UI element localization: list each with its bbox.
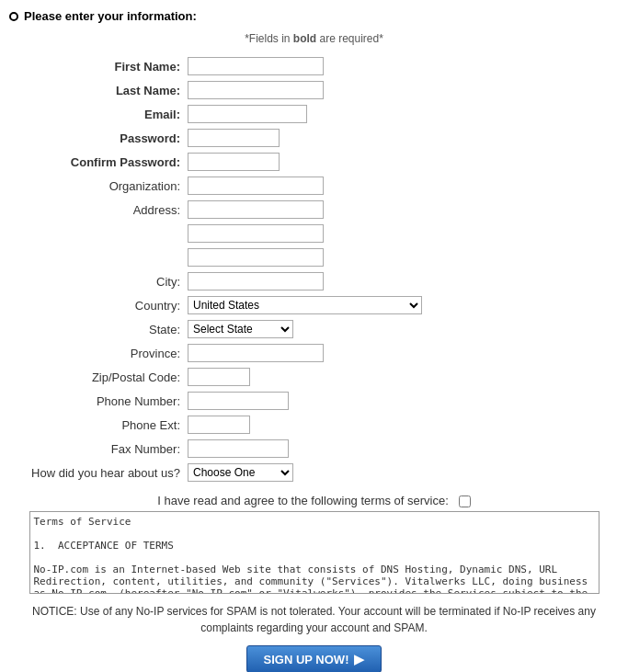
city-label: City:: [9, 269, 184, 293]
registration-form: First Name: Last Name: Email: Password: …: [9, 54, 619, 484]
last-name-input[interactable]: [188, 81, 324, 99]
address-input-2[interactable]: [188, 224, 324, 243]
first-name-row: First Name:: [9, 54, 619, 78]
address-row-3: [9, 245, 619, 269]
zip-input[interactable]: [188, 368, 250, 386]
hear-label: How did you hear about us?: [9, 461, 184, 484]
first-name-input[interactable]: [188, 57, 324, 75]
email-row: Email:: [9, 102, 619, 126]
address-input-1[interactable]: [188, 200, 324, 219]
signup-label: SIGN UP NOW!: [264, 653, 349, 666]
fax-input[interactable]: [188, 439, 289, 458]
organization-label: Organization:: [9, 174, 184, 198]
country-select[interactable]: United States Afghanistan Albania Canada…: [188, 296, 422, 314]
country-label: Country:: [9, 293, 184, 317]
state-select[interactable]: Select State Alabama Alaska Arizona Cali…: [188, 320, 293, 338]
confirm-password-label: Confirm Password:: [9, 150, 184, 174]
password-label: Password:: [9, 126, 184, 150]
province-row: Province:: [9, 341, 619, 365]
province-label: Province:: [9, 341, 184, 365]
signup-btn-wrapper: SIGN UP NOW! ▶: [9, 645, 619, 672]
address-label: Address:: [9, 198, 184, 222]
organization-row: Organization:: [9, 174, 619, 198]
address-label-2: [9, 222, 184, 245]
zip-row: Zip/Postal Code:: [9, 365, 619, 389]
password-input[interactable]: [188, 129, 280, 147]
address-label-3: [9, 245, 184, 269]
terms-label-row: I have read and agree to the following t…: [9, 494, 619, 507]
province-input[interactable]: [188, 344, 324, 362]
terms-textarea[interactable]: Terms of Service 1. ACCEPTANCE OF TERMS …: [29, 511, 599, 594]
phone-label: Phone Number:: [9, 389, 184, 413]
city-input[interactable]: [188, 272, 324, 290]
terms-wrapper: Terms of Service 1. ACCEPTANCE OF TERMS …: [9, 511, 619, 594]
hear-select[interactable]: Choose One Search Engine Friend Blog Adv…: [188, 463, 293, 482]
zip-label: Zip/Postal Code:: [9, 365, 184, 389]
confirm-password-input[interactable]: [188, 153, 280, 171]
address-row-2: [9, 222, 619, 245]
phone-ext-input[interactable]: [188, 416, 250, 434]
email-label: Email:: [9, 102, 184, 126]
required-note: *Fields in bold are required*: [9, 32, 619, 45]
state-row: State: Select State Alabama Alaska Arizo…: [9, 317, 619, 341]
email-input[interactable]: [188, 105, 307, 123]
terms-label: I have read and agree to the following t…: [157, 494, 449, 507]
hear-row: How did you hear about us? Choose One Se…: [9, 461, 619, 484]
notice-section: NOTICE: Use of any No-IP services for SP…: [28, 603, 600, 636]
organization-input[interactable]: [188, 177, 324, 195]
last-name-label: Last Name:: [9, 78, 184, 102]
phone-ext-row: Phone Ext:: [9, 413, 619, 437]
fax-label: Fax Number:: [9, 437, 184, 461]
notice-text: NOTICE: Use of any No-IP services for SP…: [32, 605, 596, 634]
confirm-password-row: Confirm Password:: [9, 150, 619, 174]
phone-input[interactable]: [188, 392, 289, 410]
address-input-3[interactable]: [188, 248, 324, 267]
phone-row: Phone Number:: [9, 389, 619, 413]
address-row-1: Address:: [9, 198, 619, 222]
arrow-icon: ▶: [354, 652, 364, 666]
first-name-label: First Name:: [9, 54, 184, 78]
city-row: City:: [9, 269, 619, 293]
phone-ext-label: Phone Ext:: [9, 413, 184, 437]
signup-button[interactable]: SIGN UP NOW! ▶: [246, 645, 383, 672]
password-row: Password:: [9, 126, 619, 150]
fax-row: Fax Number:: [9, 437, 619, 461]
bullet-icon: [9, 12, 18, 21]
last-name-row: Last Name:: [9, 78, 619, 102]
page-title: Please enter your information:: [24, 9, 197, 23]
country-row: Country: United States Afghanistan Alban…: [9, 293, 619, 317]
terms-checkbox[interactable]: [459, 495, 471, 507]
state-label: State:: [9, 317, 184, 341]
